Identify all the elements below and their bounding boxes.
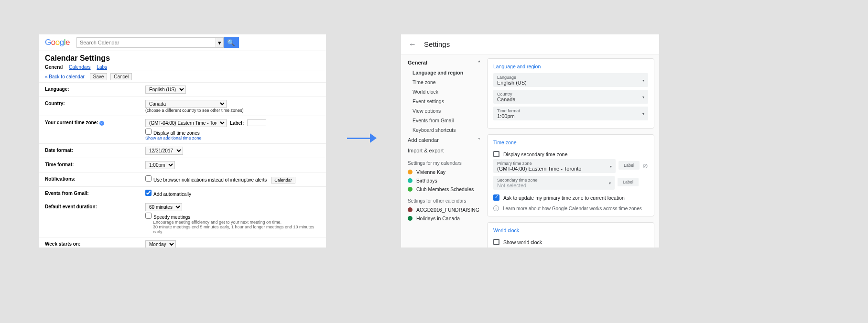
card-language-region: Language and region LanguageEnglish (US)… xyxy=(487,58,654,129)
timezone-label-input[interactable] xyxy=(247,119,266,126)
show-additional-tz-link[interactable]: Show an additional time zone xyxy=(145,136,320,140)
dropdown-arrow-icon: ▾ xyxy=(642,95,644,99)
dropdown-arrow-icon: ▾ xyxy=(609,181,611,185)
info-icon: i xyxy=(493,205,499,211)
sidebar-item-addcalendar[interactable]: Add calendar˅ xyxy=(401,135,487,145)
label-weekstart: Week starts on: xyxy=(45,240,145,248)
sidebar-item-general[interactable]: General˄ xyxy=(401,57,487,68)
app-bar: ← Settings xyxy=(401,34,659,54)
select-country-new[interactable]: CountryCanada▾ xyxy=(493,90,648,104)
select-country[interactable]: Canada xyxy=(145,100,227,108)
select-duration[interactable]: 60 minutes xyxy=(145,203,182,211)
back-arrow-icon[interactable]: ← xyxy=(409,40,416,49)
chevron-down-icon: ˅ xyxy=(478,138,480,143)
settings-main: Language and region LanguageEnglish (US)… xyxy=(487,54,659,248)
row-language: Language: English (US) xyxy=(39,83,326,97)
row-dateformat: Date format: 12/31/2017 xyxy=(39,144,326,158)
remove-icon[interactable]: ⊘ xyxy=(642,162,648,170)
cal-color-icon xyxy=(408,178,412,183)
back-to-calendar-link[interactable]: « Back to calendar xyxy=(45,74,85,79)
cal-color-icon xyxy=(408,207,412,212)
select-weekstart[interactable]: Monday xyxy=(145,240,176,248)
search-dropdown-button[interactable]: ▾ xyxy=(216,37,224,48)
sidebar-sub-timezone[interactable]: Time zone xyxy=(401,77,487,87)
sidebar-sub-worldclock[interactable]: World clock xyxy=(401,87,487,97)
sidebar-item-import[interactable]: Import & export xyxy=(401,145,487,156)
old-settings-panel: Google ▾ 🔍 Calendar Settings General Cal… xyxy=(39,34,326,248)
check-ask-update-tz[interactable] xyxy=(493,194,499,201)
row-country: Country: Canada (choose a different coun… xyxy=(39,97,326,116)
sidebar-label-othercals: Settings for other calendars xyxy=(401,194,487,205)
label-duration: Default event duration: xyxy=(45,203,145,234)
select-secondary-tz[interactable]: Secondary time zoneNot selected▾ xyxy=(493,176,615,190)
row-timeformat: Time format: 1:00pm xyxy=(39,158,326,172)
label-language: Language: xyxy=(45,86,145,94)
old-header: Google ▾ 🔍 xyxy=(39,34,326,51)
learn-more-link[interactable]: Learn more about how Google Calendar wor… xyxy=(503,206,642,211)
tabs-row: General Calendars Labs xyxy=(39,65,326,71)
check-speedy[interactable] xyxy=(145,213,152,219)
label-timeformat: Time format: xyxy=(45,161,145,169)
dropdown-arrow-icon: ▾ xyxy=(642,111,644,116)
add-timezone-button[interactable]: ADD TIME ZONE xyxy=(493,247,648,248)
search-wrap: ▾ 🔍 xyxy=(76,37,239,48)
chevron-up-icon: ˄ xyxy=(478,60,480,65)
row-duration: Default event duration: 60 minutes Speed… xyxy=(39,200,326,237)
sidebar-sub-viewoptions[interactable]: View options xyxy=(401,106,487,116)
sidebar-sub-keyboardshortcuts[interactable]: Keyboard shortcuts xyxy=(401,125,487,135)
label-timezone: Your current time zone:? xyxy=(45,119,145,140)
select-language-new[interactable]: LanguageEnglish (US)▾ xyxy=(493,73,648,87)
save-button[interactable]: Save xyxy=(90,73,108,80)
row-timezone: Your current time zone:? (GMT-04:00) Eas… xyxy=(39,116,326,144)
help-icon[interactable]: ? xyxy=(99,121,104,126)
tab-calendars[interactable]: Calendars xyxy=(69,65,91,70)
duration-hint1: Encourage meeting efficiency and get to … xyxy=(145,220,320,225)
sidebar-cal-vivienne[interactable]: Vivienne Kay xyxy=(401,168,487,176)
label-gmail: Events from Gmail: xyxy=(45,190,145,197)
sidebar-cal-acgd[interactable]: ACGD2016_FUNDRAISING xyxy=(401,205,487,214)
cal-color-icon xyxy=(408,187,412,192)
search-icon: 🔍 xyxy=(227,39,235,46)
check-secondary-tz[interactable] xyxy=(493,151,499,157)
country-hint: (choose a different country to see other… xyxy=(145,108,320,113)
tab-labs[interactable]: Labs xyxy=(97,65,107,70)
sidebar-cal-birthdays[interactable]: Birthdays xyxy=(401,176,487,185)
sidebar-cal-holidays[interactable]: Holidays in Canada xyxy=(401,214,487,223)
timezone-label-text: Label: xyxy=(230,120,244,126)
select-timeformat[interactable]: 1:00pm xyxy=(145,161,175,169)
settings-title: Settings xyxy=(424,40,450,48)
card-title-language: Language and region xyxy=(493,64,648,69)
dropdown-arrow-icon: ▾ xyxy=(610,164,612,168)
cal-color-icon xyxy=(408,216,412,221)
search-input[interactable] xyxy=(76,37,216,48)
check-show-worldclock[interactable] xyxy=(493,239,499,245)
settings-sidebar: General˄ Language and region Time zone W… xyxy=(401,54,487,248)
row-gmail: Events from Gmail: Add automatically xyxy=(39,187,326,200)
sidebar-sub-eventsettings[interactable]: Event settings xyxy=(401,97,487,106)
card-title-worldclock: World clock xyxy=(493,227,648,233)
duration-hint2: 30 minute meetings end 5 minutes early, … xyxy=(145,225,320,234)
sidebar-sub-eventsfromgmail[interactable]: Events from Gmail xyxy=(401,116,487,125)
check-all-timezones[interactable] xyxy=(145,129,152,135)
label-dateformat: Date format: xyxy=(45,147,145,155)
check-browser-notifications[interactable] xyxy=(145,175,152,182)
select-language[interactable]: English (US) xyxy=(145,86,186,94)
sidebar-sub-language-region[interactable]: Language and region xyxy=(401,68,487,77)
new-settings-panel: ← Settings General˄ Language and region … xyxy=(401,34,659,248)
search-button[interactable]: 🔍 xyxy=(224,37,239,48)
label-country: Country: xyxy=(45,100,145,113)
card-title-timezone: Time zone xyxy=(493,140,648,145)
actions-row: « Back to calendar Save Cancel xyxy=(39,71,326,83)
select-dateformat[interactable]: 12/31/2017 xyxy=(145,147,183,155)
select-timeformat-new[interactable]: Time format1:00pm▾ xyxy=(493,107,648,120)
select-primary-tz[interactable]: Primary time zone(GMT-04:00) Eastern Tim… xyxy=(493,159,616,173)
tz-label-input[interactable]: Label xyxy=(618,161,640,170)
calendar-button[interactable]: Calendar xyxy=(271,177,295,183)
sidebar-cal-club[interactable]: Club Members Schedules xyxy=(401,185,487,194)
select-timezone[interactable]: (GMT-04:00) Eastern Time - Toronto xyxy=(145,119,227,127)
tab-general[interactable]: General xyxy=(45,65,63,70)
tz-label-input-2[interactable]: Label xyxy=(618,178,639,186)
check-add-auto[interactable] xyxy=(145,190,152,196)
cancel-button[interactable]: Cancel xyxy=(110,73,132,80)
cal-color-icon xyxy=(408,170,412,174)
